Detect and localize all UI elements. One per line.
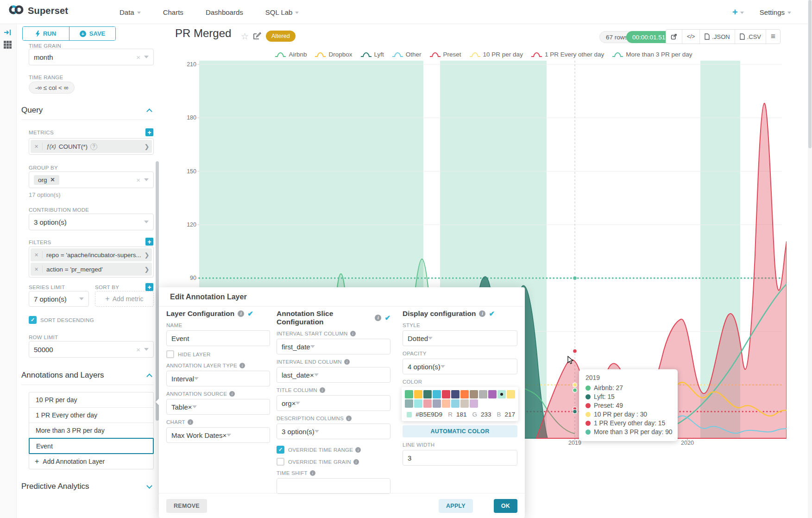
clear-icon[interactable]: × xyxy=(136,346,140,354)
sort-by-add[interactable]: + Add metric xyxy=(95,291,154,307)
clear-icon[interactable]: × xyxy=(223,431,227,439)
altered-badge[interactable]: Altered xyxy=(266,31,296,42)
color-swatch[interactable] xyxy=(451,390,460,398)
filter-chip[interactable]: ×repo = 'apache/incubator-supers...❯ xyxy=(31,248,152,261)
add-sort-metric-button[interactable]: + xyxy=(145,283,153,291)
interval-end-select[interactable]: last_date × xyxy=(277,367,390,383)
override-time-grain-row[interactable]: OVERRIDE TIME GRAINi xyxy=(277,458,390,466)
metric-chip[interactable]: × ƒ(x) COUNT(*) ? ❯ xyxy=(31,140,152,153)
favorite-star-icon[interactable]: ☆ xyxy=(241,31,249,42)
color-swatch[interactable] xyxy=(507,390,515,398)
annotation-layer-type-select[interactable]: Interval xyxy=(166,371,270,386)
legend-item[interactable]: 1 PR Every other day xyxy=(531,51,604,58)
color-swatch[interactable] xyxy=(433,399,441,408)
color-swatch[interactable] xyxy=(423,399,432,408)
annotation-source-select[interactable]: Table × xyxy=(166,399,270,415)
legend-item[interactable]: Dropbox xyxy=(315,51,352,58)
clear-icon[interactable]: × xyxy=(292,399,296,407)
color-swatch[interactable] xyxy=(497,390,506,398)
clear-icon[interactable]: × xyxy=(310,371,314,379)
expand-metric-icon[interactable]: ❯ xyxy=(142,143,152,150)
copy-link-button[interactable] xyxy=(666,30,682,44)
export-json-button[interactable]: .JSON xyxy=(700,30,735,44)
run-button[interactable]: RUN xyxy=(23,27,69,40)
opacity-select[interactable]: 4 option(s) xyxy=(403,359,517,374)
filter-chip[interactable]: ×action = 'pr_merged'❯ xyxy=(31,263,152,276)
hide-layer-checkbox[interactable] xyxy=(166,350,174,358)
expand-datasource-icon[interactable] xyxy=(4,29,12,38)
hex-value[interactable]: #B5E9D9 xyxy=(415,411,442,418)
nav-item-data[interactable]: Data xyxy=(120,8,141,16)
nav-item-charts[interactable]: Charts xyxy=(163,8,183,16)
collapse-annotations-icon[interactable] xyxy=(146,373,152,379)
annotation-layer-item[interactable]: 1 PR Every other day xyxy=(29,408,153,423)
override-time-range-row[interactable]: ✓ OVERRIDE TIME RANGEi xyxy=(277,446,390,454)
color-swatch[interactable] xyxy=(433,390,441,398)
time-grain-select[interactable]: month × xyxy=(29,49,154,65)
embed-code-button[interactable]: </> xyxy=(682,30,700,44)
color-swatch[interactable] xyxy=(479,390,487,398)
series-limit-select[interactable]: 7 option(s) xyxy=(29,291,89,307)
override-time-grain-checkbox[interactable] xyxy=(277,458,284,466)
annotation-layer-item[interactable]: 10 PR per day xyxy=(29,392,153,408)
hide-layer-row[interactable]: HIDE LAYER xyxy=(166,350,270,358)
style-select[interactable]: Dotted xyxy=(403,330,517,346)
override-time-range-checkbox[interactable]: ✓ xyxy=(277,446,284,454)
contribution-mode-select[interactable]: 3 option(s) xyxy=(29,214,154,230)
legend-item[interactable]: 10 PR per day xyxy=(469,51,523,58)
clear-icon[interactable]: × xyxy=(188,403,192,411)
color-swatch[interactable] xyxy=(451,399,460,408)
remove-metric-icon[interactable]: × xyxy=(31,143,43,150)
apply-button[interactable]: APPLY xyxy=(439,499,473,513)
nav-item-sql-lab[interactable]: SQL Lab xyxy=(265,8,299,16)
remove-chip-icon[interactable]: ✕ xyxy=(50,177,55,183)
page-scrollbar[interactable] xyxy=(808,0,812,518)
export-csv-button[interactable]: .CSV xyxy=(735,30,766,44)
title-column-select[interactable]: org × xyxy=(277,395,390,411)
legend-item[interactable]: Preset xyxy=(429,51,461,58)
expand-filter-icon[interactable]: ❯ xyxy=(142,266,152,273)
new-item-button[interactable]: + xyxy=(732,7,744,18)
remove-filter-icon[interactable]: × xyxy=(31,251,43,259)
color-swatch[interactable] xyxy=(460,390,469,398)
color-swatch[interactable] xyxy=(470,399,478,408)
sort-descending-checkbox[interactable]: ✓ xyxy=(29,316,37,324)
time-shift-input[interactable] xyxy=(277,478,390,494)
b-value[interactable]: 217 xyxy=(504,411,515,418)
legend-item[interactable]: Other xyxy=(392,51,422,58)
datasource-grid-icon[interactable] xyxy=(4,41,12,51)
expand-filter-icon[interactable]: ❯ xyxy=(142,252,152,259)
row-limit-select[interactable]: 50000 × xyxy=(29,341,154,358)
legend-item[interactable]: Airbnb xyxy=(275,51,307,58)
save-button[interactable]: + SAVE xyxy=(69,27,115,40)
expand-predictive-icon[interactable] xyxy=(146,483,152,489)
group-by-chip[interactable]: org ✕ xyxy=(34,175,59,185)
g-value[interactable]: 233 xyxy=(481,411,491,418)
color-swatch[interactable] xyxy=(442,399,450,408)
color-swatch[interactable] xyxy=(414,390,422,398)
interval-start-select[interactable]: first_date xyxy=(277,339,390,354)
chart-menu-button[interactable]: ≡ xyxy=(766,30,780,44)
superset-brand[interactable]: Superset xyxy=(8,5,68,17)
add-annotation-layer-button[interactable]: +Add Annotation Layer xyxy=(29,454,153,469)
time-range-pill[interactable]: -∞ ≤ col < ∞ xyxy=(29,82,75,94)
settings-menu[interactable]: Settings xyxy=(760,8,791,16)
edit-properties-icon[interactable] xyxy=(253,32,261,42)
color-swatch[interactable] xyxy=(405,390,413,398)
name-input[interactable]: Event xyxy=(166,330,270,346)
clear-icon[interactable]: × xyxy=(136,176,140,184)
annotation-layer-item[interactable]: More than 3 PR per day xyxy=(29,423,153,438)
description-columns-select[interactable]: 3 option(s) xyxy=(277,423,390,439)
collapse-query-icon[interactable] xyxy=(146,108,152,114)
sort-descending-row[interactable]: ✓ SORT DESCENDING xyxy=(29,316,94,324)
color-swatch[interactable] xyxy=(414,399,422,408)
color-swatch[interactable] xyxy=(405,399,413,408)
color-swatch[interactable] xyxy=(460,399,469,408)
r-value[interactable]: 181 xyxy=(456,411,467,418)
color-swatch[interactable] xyxy=(423,390,432,398)
legend-item[interactable]: Lyft xyxy=(360,51,384,58)
automatic-color-button[interactable]: AUTOMATIC COLOR xyxy=(403,425,517,437)
legend-item[interactable]: More than 3 PR per day xyxy=(612,51,692,58)
chart-source-select[interactable]: Max Work Dates × xyxy=(166,427,270,443)
clear-icon[interactable]: × xyxy=(136,53,140,61)
